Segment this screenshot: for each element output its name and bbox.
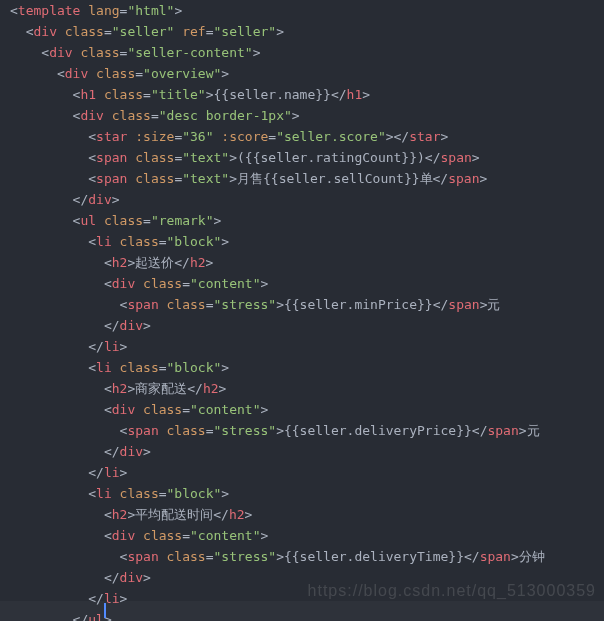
token-a: class [143, 528, 182, 543]
token-tx: 分钟 [519, 549, 545, 564]
token-s: "block" [167, 234, 222, 249]
token-a: class [112, 108, 151, 123]
code-line: <h2>起送价</h2> [10, 255, 213, 270]
text-cursor [104, 603, 106, 618]
token-p: </ [187, 381, 203, 396]
token-p: > [292, 108, 300, 123]
token-a: class [96, 66, 135, 81]
token-p: </ [331, 87, 347, 102]
token-tx: {{seller.minPrice}} [284, 297, 433, 312]
token-p: < [10, 171, 96, 186]
token-p: > [260, 402, 268, 417]
token-s: "stress" [214, 297, 277, 312]
token-s: "content" [190, 276, 260, 291]
token-p: > [229, 150, 237, 165]
code-line: <div class="content"> [10, 276, 268, 291]
code-line: <h1 class="title">{{seller.name}}</h1> [10, 87, 370, 102]
token-s: "html" [127, 3, 174, 18]
code-line: <li class="block"> [10, 486, 229, 501]
token-t: template [18, 3, 81, 18]
token-p: < [10, 507, 112, 522]
token-t: star [409, 129, 440, 144]
code-line: <span class="stress">{{seller.deliveryPr… [10, 423, 540, 438]
token-p: </ [472, 423, 488, 438]
token-p: > [221, 234, 229, 249]
token-t: span [448, 171, 479, 186]
token-p: > [221, 360, 229, 375]
token-p: < [10, 3, 18, 18]
token-p: > [219, 381, 227, 396]
token-p [96, 213, 104, 228]
token-a: :score [221, 129, 268, 144]
token-s: "text" [182, 171, 229, 186]
token-p: < [10, 108, 80, 123]
token-p: > [441, 129, 449, 144]
token-t: div [33, 24, 56, 39]
token-p: </ [10, 612, 88, 621]
token-tx: ({{seller.ratingCount}}) [237, 150, 425, 165]
token-p: > [229, 171, 237, 186]
code-line: <h2>平均配送时间</h2> [10, 507, 252, 522]
token-t: span [96, 150, 127, 165]
token-t: div [80, 108, 103, 123]
token-p: > [120, 591, 128, 606]
token-p: < [10, 402, 112, 417]
token-p: > [120, 465, 128, 480]
token-tx: 月售{{seller.sellCount}}单 [237, 171, 433, 186]
token-p: < [10, 360, 96, 375]
code-line: <span class="text">月售{{seller.sellCount}… [10, 171, 487, 186]
token-p: </ [433, 297, 449, 312]
code-line: <template lang="html"> [10, 3, 182, 18]
token-s: "title" [151, 87, 206, 102]
token-p: < [10, 150, 96, 165]
token-a: ref [182, 24, 205, 39]
token-tx: {{seller.name}} [214, 87, 331, 102]
token-p [159, 297, 167, 312]
token-t: span [448, 297, 479, 312]
token-p: > [143, 570, 151, 585]
token-p: < [10, 234, 96, 249]
token-s: "block" [167, 360, 222, 375]
token-p [112, 234, 120, 249]
token-p: < [10, 87, 80, 102]
token-p: > [143, 444, 151, 459]
code-line: <div class="content"> [10, 402, 268, 417]
token-p: > [511, 549, 519, 564]
token-t: h1 [347, 87, 363, 102]
code-line: <div class="overview"> [10, 66, 229, 81]
token-p: = [206, 549, 214, 564]
token-s: "block" [167, 486, 222, 501]
token-p: < [10, 66, 65, 81]
token-p: < [10, 276, 112, 291]
token-t: span [127, 297, 158, 312]
token-p: </ [174, 255, 190, 270]
code-block: <template lang="html"> <div class="selle… [0, 0, 604, 621]
token-a: :size [135, 129, 174, 144]
token-s: "seller" [214, 24, 277, 39]
token-p: = [206, 24, 214, 39]
token-p: </ [10, 444, 120, 459]
token-a: class [167, 423, 206, 438]
token-t: li [96, 234, 112, 249]
token-s: "stress" [214, 549, 277, 564]
token-t: span [480, 549, 511, 564]
token-p: > [214, 213, 222, 228]
token-p: = [143, 87, 151, 102]
token-a: class [135, 150, 174, 165]
token-p: < [10, 129, 96, 144]
code-line: </ul> [10, 612, 112, 621]
token-t: h2 [112, 381, 128, 396]
token-tx: 起送价 [135, 255, 174, 270]
code-line: </li> [10, 339, 127, 354]
token-s: "text" [182, 150, 229, 165]
token-p: = [135, 66, 143, 81]
token-s: "seller-content" [127, 45, 252, 60]
token-t: h2 [203, 381, 219, 396]
token-p: < [10, 549, 127, 564]
token-s: "remark" [151, 213, 214, 228]
token-p: </ [10, 318, 120, 333]
code-line: <div class="desc border-1px"> [10, 108, 300, 123]
token-p: > [480, 171, 488, 186]
code-line: <span class="text">({{seller.ratingCount… [10, 150, 480, 165]
token-s: "stress" [214, 423, 277, 438]
